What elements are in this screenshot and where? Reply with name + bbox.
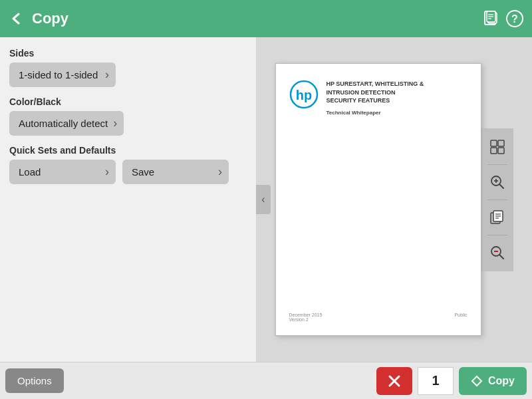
color-button[interactable]: Automatically detect › bbox=[9, 111, 124, 136]
doc-title-block: HP SURESTART, WHITELISTING & INTRUSION D… bbox=[327, 80, 424, 116]
options-button[interactable]: Options bbox=[5, 368, 64, 393]
toolbar-divider-2 bbox=[487, 200, 507, 200]
toolbar-divider-3 bbox=[487, 235, 507, 235]
main-area: Sides 1-sided to 1-sided › Color/Black A… bbox=[0, 37, 532, 362]
quick-sets-label: Quick Sets and Defaults bbox=[9, 145, 247, 156]
doc-header: hp HP SURESTART, WHITELISTING & INTRUSIO… bbox=[289, 80, 467, 116]
color-value: Automatically detect bbox=[19, 118, 108, 129]
help-button[interactable]: ? bbox=[505, 9, 524, 28]
svg-rect-16 bbox=[498, 148, 504, 154]
color-section: Color/Black Automatically detect › bbox=[9, 96, 247, 136]
hp-logo-icon: hp bbox=[289, 80, 319, 109]
quick-sets-row: Load › Save › bbox=[9, 160, 247, 184]
doc-title-line2: INTRUSION DETECTION bbox=[327, 88, 424, 97]
load-button[interactable]: Load › bbox=[9, 160, 116, 184]
doc-title-line1: HP SURESTART, WHITELISTING & bbox=[327, 80, 424, 88]
color-label: Color/Black bbox=[9, 96, 247, 107]
sides-button[interactable]: 1-sided to 1-sided › bbox=[9, 63, 116, 87]
zoom-button[interactable] bbox=[484, 169, 511, 196]
svg-marker-31 bbox=[472, 376, 481, 386]
right-panel: ‹ hp HP SURESTART, WHITELISTING & INTRUS… bbox=[256, 37, 532, 362]
document-icon-button[interactable] bbox=[481, 9, 500, 28]
doc-body bbox=[289, 123, 467, 313]
sides-section: Sides 1-sided to 1-sided › bbox=[9, 48, 247, 87]
right-toolbar bbox=[481, 128, 513, 271]
quick-sets-section: Quick Sets and Defaults Load › Save › bbox=[9, 145, 247, 184]
collapse-arrow-button[interactable]: ‹ bbox=[256, 185, 271, 214]
save-button[interactable]: Save › bbox=[122, 160, 229, 184]
header: Copy ? bbox=[0, 0, 532, 37]
footer: Options 1 Copy bbox=[0, 362, 532, 399]
copy-button[interactable]: Copy bbox=[459, 367, 527, 395]
doc-title-line3: SECURITY FEATURES bbox=[327, 96, 424, 105]
svg-text:?: ? bbox=[511, 13, 518, 25]
sides-label: Sides bbox=[9, 48, 247, 59]
sides-chevron-icon: › bbox=[105, 68, 109, 82]
header-icons: ? bbox=[481, 9, 524, 28]
grid-view-button[interactable] bbox=[484, 134, 511, 160]
copy-pages-button[interactable] bbox=[484, 204, 511, 231]
svg-rect-15 bbox=[491, 148, 497, 154]
sides-value: 1-sided to 1-sided bbox=[19, 69, 98, 80]
color-chevron-icon: › bbox=[113, 116, 117, 130]
doc-subtitle: Technical Whitepaper bbox=[327, 109, 424, 116]
page-title: Copy bbox=[32, 10, 475, 27]
document-preview: hp HP SURESTART, WHITELISTING & INTRUSIO… bbox=[275, 63, 481, 336]
copy-count[interactable]: 1 bbox=[418, 367, 454, 395]
svg-line-27 bbox=[499, 255, 503, 259]
toolbar-divider-1 bbox=[487, 164, 507, 165]
cancel-search-button[interactable] bbox=[484, 239, 511, 266]
load-label: Load bbox=[19, 166, 41, 178]
doc-footer-left: December 2015 Version 2 bbox=[289, 313, 323, 322]
svg-rect-14 bbox=[498, 140, 504, 146]
doc-footer: December 2015 Version 2 Public bbox=[289, 313, 467, 322]
copy-button-label: Copy bbox=[488, 375, 515, 387]
save-chevron-icon: › bbox=[218, 165, 222, 179]
svg-rect-13 bbox=[491, 140, 497, 146]
save-label: Save bbox=[132, 166, 154, 178]
svg-text:hp: hp bbox=[295, 88, 311, 102]
svg-line-18 bbox=[499, 184, 503, 188]
back-button[interactable] bbox=[8, 10, 25, 27]
doc-footer-right: Public bbox=[454, 313, 467, 322]
load-chevron-icon: › bbox=[105, 165, 109, 179]
left-panel: Sides 1-sided to 1-sided › Color/Black A… bbox=[0, 37, 256, 362]
cancel-button[interactable] bbox=[376, 367, 412, 395]
